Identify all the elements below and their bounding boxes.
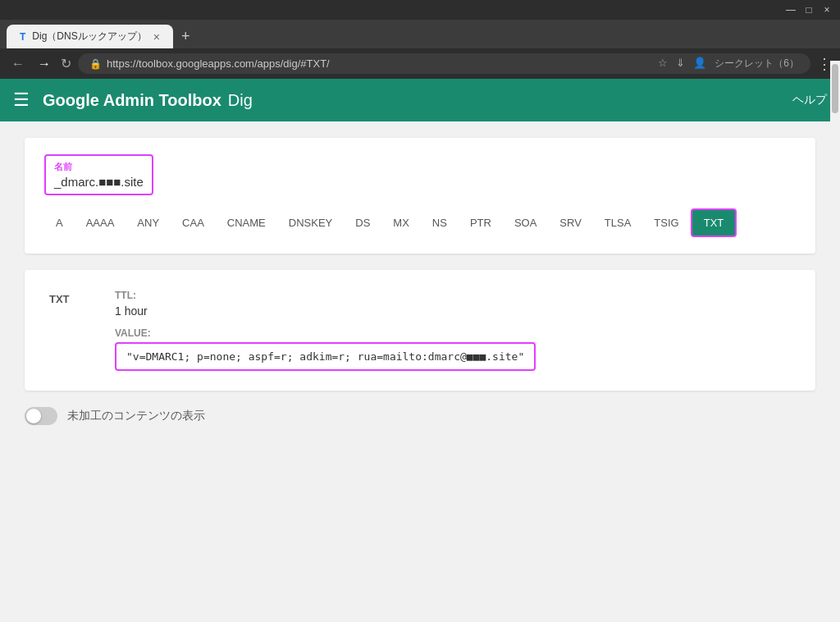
dns-type-a[interactable]: A	[44, 210, 75, 236]
value-label: VALUE:	[115, 327, 791, 339]
profile-icon[interactable]: 👤	[693, 57, 706, 71]
app-header: ☰ Google Admin Toolbox Dig ヘルプ	[0, 79, 840, 121]
dns-type-ds[interactable]: DS	[344, 210, 381, 236]
raw-label: 未加工のコンテンツの表示	[67, 409, 205, 423]
new-tab-button[interactable]: +	[175, 25, 197, 48]
dns-type-aaaa[interactable]: AAAA	[75, 210, 126, 236]
dns-type-srv[interactable]: SRV	[548, 210, 593, 236]
tab-favicon: T	[20, 31, 25, 43]
result-row: TXT TTL: 1 hour VALUE: "v=DMARC1; p=none…	[49, 290, 791, 371]
browser-chrome: — □ × T Dig（DNSルックアップ） × + ← → ↻ 🔒 https…	[0, 0, 840, 79]
main-content: 名前 _dmarc.■■■.site A AAAA ANY CAA CNAME …	[0, 121, 840, 622]
scrollbar-thumb	[832, 64, 838, 113]
result-details: TTL: 1 hour VALUE: "v=DMARC1; p=none; as…	[115, 290, 791, 371]
dns-type-ptr[interactable]: PTR	[459, 210, 503, 236]
dns-type-txt[interactable]: TXT	[691, 208, 737, 237]
ttl-label: TTL:	[115, 290, 791, 301]
url-text: https://toolbox.googleapps.com/apps/dig/…	[107, 57, 330, 70]
name-label: 名前	[54, 161, 144, 173]
hamburger-menu-button[interactable]: ☰	[13, 89, 30, 111]
bookmark-icon[interactable]: ☆	[658, 57, 668, 71]
app-title: Google Admin Toolbox Dig	[43, 91, 253, 110]
dns-type-cname[interactable]: CNAME	[216, 210, 277, 236]
dns-type-mx[interactable]: MX	[381, 210, 421, 236]
download-icon[interactable]: ⇓	[676, 57, 685, 71]
dns-type-soa[interactable]: SOA	[503, 210, 548, 236]
name-value: _dmarc.■■■.site	[54, 175, 144, 189]
maximize-button[interactable]: □	[802, 3, 815, 16]
result-card: TXT TTL: 1 hour VALUE: "v=DMARC1; p=none…	[25, 270, 815, 391]
active-tab[interactable]: T Dig（DNSルックアップ） ×	[7, 25, 173, 48]
browser-controls: ← → ↻ 🔒 https://toolbox.googleapps.com/a…	[0, 48, 840, 79]
secret-label: シークレット（6）	[714, 57, 799, 71]
address-icons: ☆ ⇓ 👤 シークレット（6）	[658, 57, 799, 71]
result-type: TXT	[49, 290, 82, 305]
value-box: "v=DMARC1; p=none; aspf=r; adkim=r; rua=…	[115, 342, 536, 371]
help-button[interactable]: ヘルプ	[792, 93, 827, 107]
reload-button[interactable]: ↻	[61, 56, 71, 71]
dns-type-caa[interactable]: CAA	[171, 210, 216, 236]
app-title-sub: Dig	[228, 91, 253, 110]
search-card: 名前 _dmarc.■■■.site A AAAA ANY CAA CNAME …	[25, 138, 815, 254]
scrollbar[interactable]	[830, 61, 840, 622]
app-title-main: Google Admin Toolbox	[43, 91, 221, 110]
lock-icon: 🔒	[89, 58, 102, 70]
address-bar[interactable]: 🔒 https://toolbox.googleapps.com/apps/di…	[78, 53, 810, 74]
dns-type-tsig[interactable]: TSIG	[642, 210, 690, 236]
raw-toggle-switch[interactable]	[25, 407, 57, 425]
tab-close-button[interactable]: ×	[153, 30, 160, 43]
dns-type-any[interactable]: ANY	[126, 210, 171, 236]
forward-button[interactable]: →	[34, 55, 54, 73]
name-field[interactable]: 名前 _dmarc.■■■.site	[44, 154, 153, 195]
raw-toggle-row: 未加工のコンテンツの表示	[25, 407, 815, 425]
minimize-button[interactable]: —	[784, 3, 797, 16]
dns-type-dnskey[interactable]: DNSKEY	[277, 210, 344, 236]
dns-type-tlsa[interactable]: TLSA	[593, 210, 643, 236]
ttl-value: 1 hour	[115, 304, 791, 318]
tab-bar: T Dig（DNSルックアップ） × +	[0, 20, 840, 48]
dns-type-ns[interactable]: NS	[421, 210, 459, 236]
dns-type-buttons: A AAAA ANY CAA CNAME DNSKEY DS MX NS PTR…	[44, 208, 796, 237]
close-window-button[interactable]: ×	[820, 3, 833, 16]
toggle-knob	[26, 409, 41, 423]
back-button[interactable]: ←	[8, 55, 28, 73]
tab-title: Dig（DNSルックアップ）	[32, 30, 146, 43]
